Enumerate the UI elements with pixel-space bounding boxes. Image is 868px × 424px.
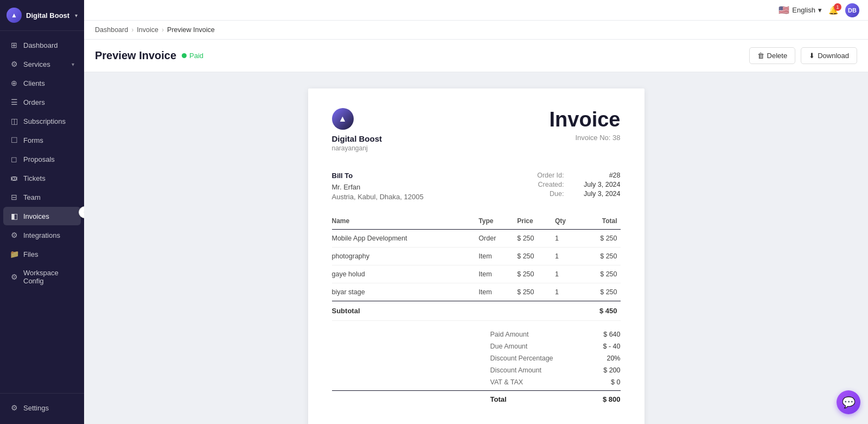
flag-icon: 🇺🇸 <box>778 5 789 15</box>
sidebar-item-services[interactable]: ⚙ Services ▾ <box>3 55 81 73</box>
sidebar-item-invoices[interactable]: ◧ Invoices <box>3 207 81 225</box>
sidebar-item-dashboard[interactable]: ⊞ Dashboard <box>3 36 81 54</box>
row-price: $ 250 <box>517 283 555 301</box>
dashboard-icon: ⊞ <box>10 41 18 49</box>
header-actions: 🗑 Delete ⬇ Download <box>749 47 857 64</box>
table-row: biyar stage Item $ 250 1 $ 250 <box>332 283 621 301</box>
invoice-title-block: Invoice Invoice No: 38 <box>550 108 621 142</box>
col-name: Name <box>332 213 479 230</box>
due-amount-value: $ - 40 <box>588 343 621 350</box>
invoice-company-name: Digital Boost <box>332 134 382 143</box>
invoice-table-header: Name Type Price Qty Total <box>332 213 621 230</box>
page-title: Preview Invoice <box>95 49 176 62</box>
main-content: 🇺🇸 English ▾ 🔔 1 DB Dashboard › Invoice … <box>84 0 868 424</box>
row-qty: 1 <box>555 230 582 248</box>
invoice-company-sub: narayanganj <box>332 144 382 152</box>
sidebar-item-integrations[interactable]: ⚙ Integrations <box>3 226 81 244</box>
breadcrumb-dashboard[interactable]: Dashboard <box>95 26 128 34</box>
forms-icon: ☐ <box>10 136 18 144</box>
sidebar-item-subscriptions[interactable]: ◫ Subscriptions <box>3 112 81 130</box>
bill-to-section: Bill To Mr. Erfan Austria, Kabul, Dhaka,… <box>332 172 424 201</box>
user-avatar[interactable]: DB <box>845 3 859 17</box>
notification-badge: 1 <box>834 3 841 11</box>
row-price: $ 250 <box>517 248 555 265</box>
subtotal-label: Subtotal <box>332 301 479 321</box>
invoice-number: Invoice No: 38 <box>550 134 621 142</box>
invoice-big-title: Invoice <box>550 108 621 131</box>
created-label: Created: <box>538 181 564 188</box>
row-name: biyar stage <box>332 283 479 301</box>
sidebar-logo[interactable]: ▲ Digital Boost ▾ <box>0 0 84 31</box>
download-button[interactable]: ⬇ Download <box>801 47 857 64</box>
sidebar-item-tickets[interactable]: 🎟 Tickets <box>3 169 81 187</box>
sidebar-item-team[interactable]: ⊟ Team <box>3 188 81 206</box>
notification-bell[interactable]: 🔔 1 <box>828 5 839 15</box>
breadcrumb-current: Preview Invoice <box>167 26 215 34</box>
company-name: Digital Boost <box>26 11 71 20</box>
sidebar-item-workspace-config[interactable]: ⚙ Workspace Config <box>3 264 81 290</box>
invoice-paper: ▲ Digital Boost narayanganj Invoice Invo… <box>308 88 644 424</box>
sidebar-item-forms[interactable]: ☐ Forms <box>3 131 81 149</box>
row-type: Item <box>478 283 517 301</box>
discount-pct-label: Discount Percentage <box>490 355 566 362</box>
breadcrumb-invoice[interactable]: Invoice <box>137 26 158 34</box>
row-name: photography <box>332 248 479 265</box>
company-info: ▲ Digital Boost narayanganj <box>332 108 382 152</box>
due-label: Due: <box>550 190 564 198</box>
status-label: Paid <box>189 52 203 60</box>
status-badge: Paid <box>182 52 203 60</box>
order-id-value: #28 <box>572 172 621 179</box>
logo-chevron-icon: ▾ <box>75 12 78 18</box>
row-qty: 1 <box>555 283 582 301</box>
col-total: Total <box>581 213 620 230</box>
row-total: $ 250 <box>581 265 620 283</box>
vat-label: VAT & TAX <box>490 378 566 386</box>
sidebar-item-settings[interactable]: ⚙ Settings <box>3 398 81 417</box>
invoice-meta: Order Id: #28 Created: July 3, 2024 Due:… <box>537 172 620 199</box>
sidebar-item-clients[interactable]: ⊕ Clients <box>3 74 81 92</box>
meta-created-row: Created: July 3, 2024 <box>537 181 620 188</box>
row-qty: 1 <box>555 248 582 265</box>
vat-value: $ 0 <box>588 378 621 386</box>
delete-button[interactable]: 🗑 Delete <box>749 47 796 64</box>
invoice-table-body: Mobile App Development Order $ 250 1 $ 2… <box>332 230 621 301</box>
table-row: photography Item $ 250 1 $ 250 <box>332 248 621 265</box>
sidebar-item-files[interactable]: 📁 Files <box>3 245 81 263</box>
row-price: $ 250 <box>517 265 555 283</box>
col-type: Type <box>478 213 517 230</box>
due-value: July 3, 2024 <box>572 190 621 198</box>
proposals-icon: ◻ <box>10 155 18 163</box>
tickets-icon: 🎟 <box>10 174 18 182</box>
sidebar-nav: ⊞ Dashboard ⚙ Services ▾ ⊕ Clients ☰ Ord… <box>0 31 84 393</box>
summary-total-row: Total $ 800 <box>332 390 621 406</box>
paid-amount-value: $ 640 <box>588 331 621 338</box>
breadcrumb: Dashboard › Invoice › Preview Invoice <box>84 21 868 40</box>
row-total: $ 250 <box>581 283 620 301</box>
invoice-table-footer: Subtotal $ 450 <box>332 301 621 321</box>
logo-triangle-icon: ▲ <box>339 114 347 124</box>
discount-amt-label: Discount Amount <box>490 366 566 374</box>
due-amount-label: Due Amount <box>490 343 566 350</box>
company-logo: ▲ <box>332 108 354 130</box>
content-area: Dashboard › Invoice › Preview Invoice Pr… <box>84 21 868 424</box>
files-icon: 📁 <box>10 250 18 258</box>
table-row: gaye holud Item $ 250 1 $ 250 <box>332 265 621 283</box>
discount-pct-value: 20% <box>588 355 621 362</box>
integrations-icon: ⚙ <box>10 231 18 239</box>
status-dot-icon <box>182 53 187 58</box>
download-icon: ⬇ <box>809 52 815 60</box>
sidebar-item-orders[interactable]: ☰ Orders <box>3 93 81 111</box>
row-type: Item <box>478 265 517 283</box>
language-selector[interactable]: 🇺🇸 English ▾ <box>778 5 822 15</box>
logo-avatar: ▲ <box>7 8 22 23</box>
chatbot-button[interactable]: 💬 <box>837 390 860 414</box>
invoice-billing: Bill To Mr. Erfan Austria, Kabul, Dhaka,… <box>332 167 621 201</box>
lang-chevron-icon: ▾ <box>818 6 822 14</box>
col-qty: Qty <box>555 213 582 230</box>
meta-order-row: Order Id: #28 <box>537 172 620 179</box>
summary-vat-row: VAT & TAX $ 0 <box>332 378 621 386</box>
invoice-header: ▲ Digital Boost narayanganj Invoice Invo… <box>332 108 621 152</box>
sidebar-item-proposals[interactable]: ◻ Proposals <box>3 150 81 168</box>
discount-amt-value: $ 200 <box>588 366 621 374</box>
row-name: Mobile App Development <box>332 230 479 248</box>
